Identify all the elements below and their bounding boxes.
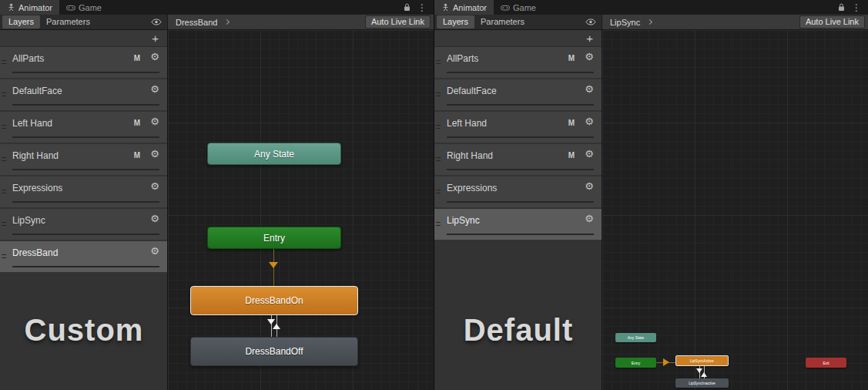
tab-game[interactable]: Game (59, 0, 109, 15)
eye-icon[interactable] (151, 18, 162, 25)
layer-name: DefaultFace (447, 86, 497, 96)
drag-handle-icon[interactable] (2, 222, 6, 226)
layers-tab[interactable]: Layers (2, 15, 40, 29)
breadcrumb[interactable]: DressBand (168, 18, 217, 27)
lock-icon[interactable] (838, 3, 845, 12)
gear-icon[interactable]: ⚙ (150, 246, 159, 256)
gear-icon[interactable]: ⚙ (585, 84, 594, 94)
drag-handle-icon[interactable] (2, 190, 6, 193)
state-node-dressbandoff[interactable]: DressBandOff (190, 337, 358, 366)
entry-node[interactable]: Entry (615, 358, 656, 368)
layer-row-expressions[interactable]: Expressions ⚙ (434, 177, 602, 207)
parameters-tab[interactable]: Parameters (474, 15, 531, 29)
tab-game[interactable]: Game (494, 0, 543, 15)
gear-icon[interactable]: ⚙ (585, 52, 594, 62)
gear-icon[interactable]: ⚙ (150, 116, 159, 126)
drag-handle-icon[interactable] (2, 254, 6, 258)
layer-name: DressBand (12, 247, 58, 258)
state-label: DressBandOff (245, 346, 303, 357)
gear-icon[interactable]: ⚙ (150, 181, 159, 191)
layer-weight-slider[interactable] (12, 104, 159, 106)
state-machine-canvas[interactable]: Any State Entry LipSyncActive LipSyncIna… (602, 30, 868, 390)
layer-weight-slider[interactable] (447, 201, 594, 203)
drag-handle-icon[interactable] (436, 222, 441, 226)
mask-badge: M (566, 151, 577, 160)
drag-handle-icon[interactable] (2, 60, 6, 64)
layer-row-lefthand[interactable]: Left Hand M ⚙ (0, 112, 167, 143)
auto-live-link-button[interactable]: Auto Live Link (799, 15, 865, 29)
mask-badge: M (566, 119, 577, 127)
drag-handle-icon[interactable] (2, 157, 6, 161)
layer-weight-slider[interactable] (447, 169, 594, 170)
layer-row-lipsync[interactable]: LipSync ⚙ (0, 209, 167, 240)
add-layer-button[interactable]: + (586, 32, 593, 44)
menu-icon[interactable]: ⋮ (852, 3, 861, 12)
layers-toolbar: Layers Parameters (434, 15, 602, 29)
drag-handle-icon[interactable] (436, 92, 441, 96)
layer-weight-slider[interactable] (12, 169, 159, 170)
gear-icon[interactable]: ⚙ (585, 181, 594, 191)
layer-row-expressions[interactable]: Expressions ⚙ (0, 177, 167, 207)
layer-weight-slider[interactable] (447, 72, 594, 73)
drag-handle-icon[interactable] (436, 157, 441, 161)
parameters-tab[interactable]: Parameters (40, 15, 96, 29)
animator-toolbar: Layers Parameters LipSync Auto Live Link (434, 15, 868, 30)
gear-icon[interactable]: ⚙ (150, 84, 159, 94)
layer-name: DefaultFace (12, 86, 62, 96)
drag-handle-icon[interactable] (436, 60, 441, 64)
menu-icon[interactable]: ⋮ (417, 3, 427, 12)
drag-handle-icon[interactable] (2, 125, 6, 129)
layer-row-lipsync[interactable]: LipSync ⚙ (434, 209, 602, 240)
layer-name: Expressions (447, 183, 497, 193)
gear-icon[interactable]: ⚙ (585, 149, 594, 159)
tab-bar-controls: ⋮ (838, 0, 868, 15)
drag-handle-icon[interactable] (2, 92, 6, 96)
gear-icon[interactable]: ⚙ (150, 149, 159, 159)
layer-weight-slider[interactable] (12, 234, 159, 235)
layer-weight-slider[interactable] (12, 201, 159, 203)
layer-row-allparts[interactable]: AllParts M ⚙ (434, 47, 602, 78)
layer-name: AllParts (12, 53, 44, 64)
breadcrumb[interactable]: LipSync (602, 18, 640, 27)
lock-icon[interactable] (404, 3, 411, 12)
breadcrumb-bar: LipSync Auto Live Link (602, 15, 868, 29)
tab-animator[interactable]: Animator (434, 0, 494, 15)
state-node-lipsyncactive[interactable]: LipSyncActive (675, 355, 729, 366)
state-node-dressbandon[interactable]: DressBandOn (190, 286, 358, 315)
layer-row-lefthand[interactable]: Left Hand M ⚙ (434, 112, 602, 143)
state-label: LipSyncActive (690, 358, 714, 363)
exit-node[interactable]: Exit (806, 358, 846, 368)
layer-weight-slider[interactable] (447, 136, 594, 138)
layer-row-allparts[interactable]: AllParts M ⚙ (0, 47, 167, 78)
layer-weight-slider[interactable] (447, 104, 594, 106)
layer-weight-slider[interactable] (447, 234, 594, 235)
any-state-node[interactable]: Any State (615, 333, 656, 342)
auto-live-link-button[interactable]: Auto Live Link (365, 15, 431, 29)
drag-handle-icon[interactable] (436, 125, 441, 129)
layers-panel-header: + (0, 30, 167, 47)
layer-name: Left Hand (12, 118, 52, 129)
gear-icon[interactable]: ⚙ (585, 116, 594, 126)
layer-row-righthand[interactable]: Right Hand M ⚙ (0, 144, 167, 175)
eye-icon[interactable] (585, 18, 596, 25)
gear-icon[interactable]: ⚙ (150, 213, 159, 224)
drag-handle-icon[interactable] (436, 190, 441, 193)
layers-tab[interactable]: Layers (437, 15, 474, 29)
transition-arrow-up-icon (273, 324, 280, 329)
tab-animator[interactable]: Animator (0, 0, 59, 15)
layer-row-defaultface[interactable]: DefaultFace ⚙ (434, 79, 602, 110)
entry-node[interactable]: Entry (207, 227, 341, 249)
tab-label: Game (79, 3, 102, 12)
layer-weight-slider[interactable] (12, 266, 159, 267)
state-machine-canvas[interactable]: Any State Entry DressBandOn DressBandOff (168, 30, 434, 390)
layer-row-righthand[interactable]: Right Hand M ⚙ (434, 144, 602, 175)
layer-row-dressband[interactable]: DressBand ⚙ (0, 241, 167, 272)
layer-weight-slider[interactable] (12, 72, 159, 73)
any-state-node[interactable]: Any State (207, 143, 341, 165)
layer-row-defaultface[interactable]: DefaultFace ⚙ (0, 79, 167, 110)
gear-icon[interactable]: ⚙ (150, 52, 159, 62)
add-layer-button[interactable]: + (152, 32, 159, 44)
state-node-lipsyncinactive[interactable]: LipSyncInactive (675, 378, 729, 388)
gear-icon[interactable]: ⚙ (585, 213, 594, 224)
layer-weight-slider[interactable] (12, 136, 159, 138)
